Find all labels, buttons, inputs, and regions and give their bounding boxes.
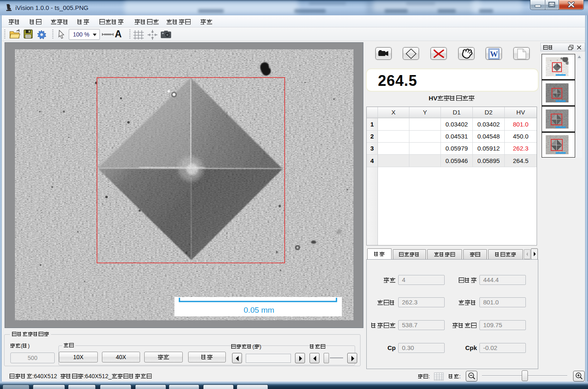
svg-text:0.05 mm: 0.05 mm xyxy=(244,306,274,314)
svg-text:W: W xyxy=(490,50,498,58)
